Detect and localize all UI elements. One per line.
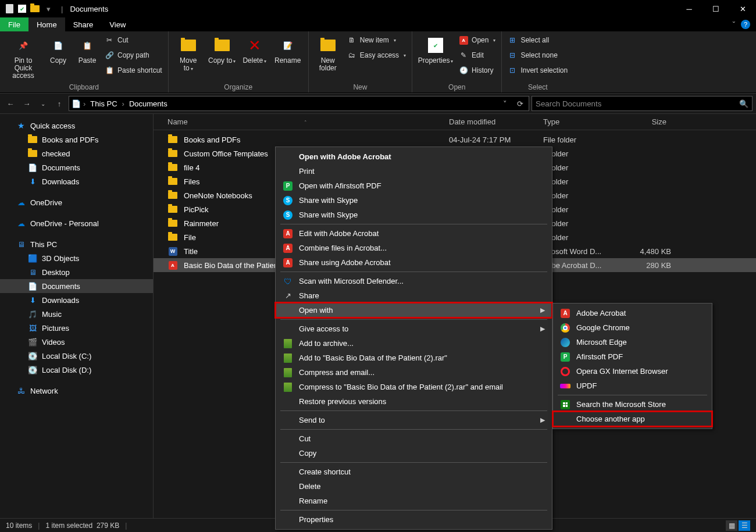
properties-button[interactable]: ✔ Properties▾ (418, 34, 453, 65)
sidebar-qa-item[interactable]: checked (0, 147, 153, 160)
sidebar-pc-item[interactable]: 🖥Desktop (0, 265, 153, 279)
menu-item[interactable]: Delete (276, 479, 552, 494)
menu-item[interactable]: PAfirstsoft PDF (553, 349, 712, 364)
menu-item[interactable]: AShare using Adobe Acrobat (276, 255, 552, 270)
tab-view[interactable]: View (101, 17, 134, 31)
back-button[interactable]: ← (3, 97, 17, 110)
copy-path-button[interactable]: 🔗Copy path (105, 49, 162, 62)
copy-button[interactable]: 📄 Copy (47, 34, 70, 65)
menu-item[interactable]: Rename (276, 494, 552, 508)
col-date[interactable]: Date modified (449, 117, 543, 126)
tab-share[interactable]: Share (65, 17, 102, 31)
menu-item[interactable]: Create shortcut (276, 465, 552, 479)
sidebar-pc-documents[interactable]: 📄Documents (0, 279, 153, 293)
view-thumbnails-button[interactable]: ▦ (726, 520, 737, 531)
menu-item[interactable]: Send to▶ (276, 413, 552, 427)
col-size[interactable]: Size (619, 117, 671, 126)
collapse-ribbon-icon[interactable]: ˇ (733, 20, 735, 29)
breadcrumb-root[interactable]: This PC (88, 99, 119, 108)
sidebar-quick-access[interactable]: ★Quick access (0, 119, 153, 133)
tab-file[interactable]: File (0, 17, 28, 31)
sidebar-onedrive-personal[interactable]: ☁OneDrive - Personal (0, 216, 153, 230)
address-dropdown-icon[interactable]: ˅ (498, 99, 511, 108)
menu-item[interactable]: Copy (276, 446, 552, 460)
history-button[interactable]: 🕘History (459, 64, 495, 77)
sidebar-pc-item[interactable]: 🎵Music (0, 307, 153, 321)
col-type[interactable]: Type (543, 117, 619, 126)
select-all-button[interactable]: ⊞Select all (508, 34, 568, 47)
forward-button[interactable]: → (20, 97, 34, 110)
menu-item[interactable]: SShare with Skype (276, 193, 552, 208)
maximize-button[interactable]: ☐ (702, 0, 729, 17)
menu-item[interactable]: Properties (276, 512, 552, 527)
menu-item[interactable]: AEdit with Adobe Acrobat (276, 226, 552, 241)
menu-item[interactable]: Search the Microsoft Store (553, 397, 712, 412)
pin-to-quick-access-button[interactable]: 📌 Pin to Quick access (6, 34, 41, 80)
breadcrumb-current[interactable]: Documents (127, 99, 170, 108)
menu-item[interactable]: ACombine files in Acrobat... (276, 241, 552, 255)
sidebar-pc-item[interactable]: 💽Local Disk (D:) (0, 363, 153, 377)
sidebar-this-pc[interactable]: 🖥This PC (0, 237, 153, 251)
menu-item[interactable]: 🛡Scan with Microsoft Defender... (276, 274, 552, 288)
file-row[interactable]: Books and PDFs04-Jul-24 7:17 PMFile fold… (154, 133, 756, 147)
menu-item[interactable]: Open with▶ (276, 303, 552, 317)
qat-folder-icon[interactable] (30, 4, 40, 13)
search-box[interactable]: 🔍 (532, 96, 753, 111)
menu-item[interactable]: Compress to "Basic Bio Data of the Patie… (276, 380, 552, 394)
menu-item[interactable]: Microsoft Edge (553, 335, 712, 349)
menu-item[interactable]: POpen with Afirstsoft PDF (276, 178, 552, 193)
qat-properties-icon[interactable]: ✔ (17, 4, 27, 13)
column-headers[interactable]: Name˄ Date modified Type Size (154, 114, 756, 130)
sidebar-pc-item[interactable]: 💽Local Disk (C:) (0, 349, 153, 363)
view-details-button[interactable]: ☰ (739, 520, 750, 531)
refresh-button[interactable]: ⟳ (513, 99, 526, 108)
recent-dropdown[interactable]: ⌄ (36, 97, 50, 110)
copy-to-button[interactable]: Copy to▾ (208, 34, 236, 65)
sidebar-qa-item[interactable]: Books and PDFs (0, 133, 153, 147)
menu-item[interactable]: Google Chrome (553, 320, 712, 335)
delete-button[interactable]: ✕ Delete▾ (242, 34, 268, 65)
open-button[interactable]: AOpen▾ (459, 34, 495, 47)
paste-shortcut-button[interactable]: 📋Paste shortcut (105, 64, 162, 77)
easy-access-button[interactable]: 🗂Easy access▾ (347, 49, 406, 62)
new-folder-button[interactable]: New folder (315, 34, 341, 72)
menu-item[interactable]: AAdobe Acrobat (553, 306, 712, 320)
new-item-button[interactable]: 🗎New item▾ (347, 34, 406, 47)
invert-selection-button[interactable]: ⊡Invert selection (508, 64, 568, 77)
select-none-button[interactable]: ⊟Select none (508, 49, 568, 62)
menu-item[interactable]: Choose another app (553, 412, 712, 426)
search-input[interactable] (536, 99, 739, 108)
address-bar[interactable]: 📄 › This PC › Documents ˅ ⟳ (69, 96, 529, 111)
close-button[interactable]: ✕ (729, 0, 756, 17)
move-to-button[interactable]: Move to▾ (174, 34, 202, 73)
paste-button[interactable]: 📋 Paste (76, 34, 99, 65)
menu-item[interactable]: Add to archive... (276, 336, 552, 351)
menu-item[interactable]: Restore previous versions (276, 394, 552, 409)
sidebar-pc-item[interactable]: 🎬Videos (0, 335, 153, 349)
col-name[interactable]: Name˄ (167, 117, 449, 126)
sidebar-qa-item[interactable]: ⬇Downloads (0, 174, 153, 188)
sidebar-pc-item[interactable]: 🖼Pictures (0, 321, 153, 335)
menu-item[interactable]: Cut (276, 431, 552, 446)
sidebar-onedrive[interactable]: ☁OneDrive (0, 195, 153, 209)
up-button[interactable]: ↑ (52, 97, 66, 110)
menu-item[interactable]: Give access to▶ (276, 322, 552, 336)
menu-item[interactable]: UPDF (553, 379, 712, 393)
menu-item[interactable]: ↗Share (276, 288, 552, 303)
menu-item[interactable]: Opera GX Internet Browser (553, 364, 712, 379)
menu-item[interactable]: Add to "Basic Bio Data of the Patient (2… (276, 351, 552, 365)
sidebar-qa-item[interactable]: 📄Documents (0, 160, 153, 174)
menu-item[interactable]: Open with Adobe Acrobat (276, 149, 552, 164)
help-icon[interactable]: ? (741, 20, 750, 29)
tab-home[interactable]: Home (28, 17, 65, 31)
edit-button[interactable]: ✎Edit (459, 49, 495, 62)
sidebar-pc-item[interactable]: ⬇Downloads (0, 293, 153, 307)
menu-item[interactable]: Print (276, 164, 552, 178)
minimize-button[interactable]: ─ (676, 0, 702, 17)
menu-item[interactable]: Compress and email... (276, 365, 552, 380)
cut-button[interactable]: ✂Cut (105, 34, 162, 47)
rename-button[interactable]: 📝 Rename (273, 34, 302, 65)
sidebar-pc-item[interactable]: 🟦3D Objects (0, 251, 153, 265)
menu-item[interactable]: SShare with Skype (276, 208, 552, 222)
sidebar-network[interactable]: 🖧Network (0, 384, 153, 398)
